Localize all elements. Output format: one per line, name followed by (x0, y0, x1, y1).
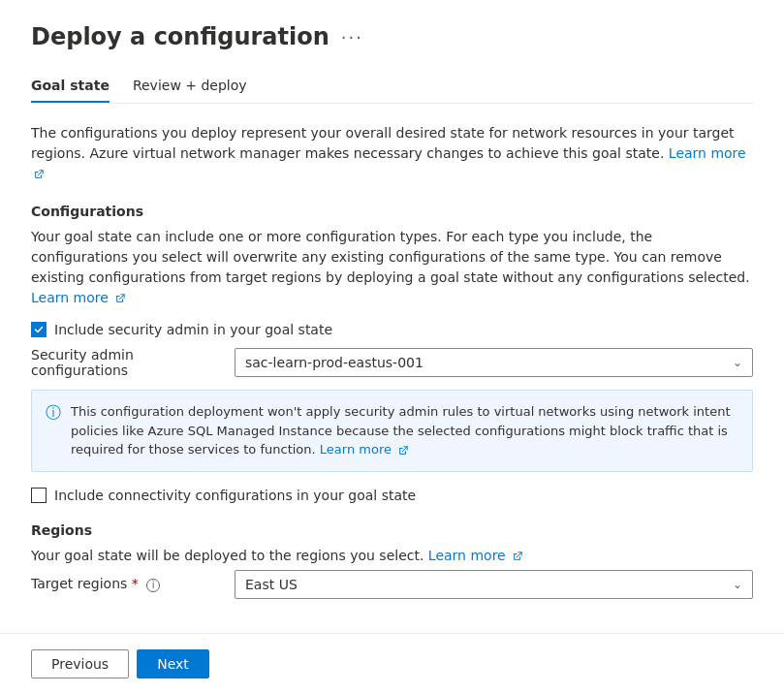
regions-learn-more-link[interactable]: Learn more (428, 548, 522, 563)
tab-review-deploy[interactable]: Review + deploy (133, 70, 247, 103)
security-admin-dropdown-value: sac-learn-prod-eastus-001 (245, 355, 423, 370)
bottom-nav: Previous Next (0, 633, 784, 694)
info-box-text: This configuration deployment won't appl… (71, 402, 738, 459)
connectivity-checkbox-row[interactable]: Include connectivity configurations in y… (31, 488, 753, 503)
ellipsis-menu-icon[interactable]: ··· (341, 27, 363, 47)
configurations-heading: Configurations (31, 204, 753, 219)
target-regions-value: East US (245, 577, 298, 592)
security-admin-field-row: Security admin configurations sac-learn-… (31, 347, 753, 378)
security-admin-checkbox-row[interactable]: Include security admin in your goal stat… (31, 322, 753, 337)
security-admin-checkbox[interactable] (31, 322, 47, 337)
target-regions-field-row: Target regions * i East US ⌄ (31, 570, 753, 599)
connectivity-checkbox-label: Include connectivity configurations in y… (54, 488, 416, 503)
tabs-container: Goal state Review + deploy (31, 70, 753, 104)
chevron-down-icon: ⌄ (733, 356, 742, 369)
previous-button[interactable]: Previous (31, 649, 129, 678)
page-title: Deploy a configuration (31, 23, 329, 50)
security-admin-dropdown[interactable]: sac-learn-prod-eastus-001 ⌄ (235, 348, 753, 377)
target-regions-dropdown[interactable]: East US ⌄ (235, 570, 753, 599)
next-button[interactable]: Next (137, 649, 209, 678)
security-admin-checkbox-label: Include security admin in your goal stat… (54, 322, 332, 337)
info-circle-icon: ⓘ (46, 403, 61, 424)
required-marker: * (132, 576, 139, 591)
configurations-description: Your goal state can include one or more … (31, 227, 753, 308)
tab-goal-state[interactable]: Goal state (31, 70, 110, 103)
security-admin-field-label: Security admin configurations (31, 347, 235, 378)
regions-heading: Regions (31, 522, 753, 538)
external-link-icon-2 (115, 294, 125, 303)
external-link-icon (34, 170, 44, 179)
info-box: ⓘ This configuration deployment won't ap… (31, 390, 753, 472)
regions-section: Regions Your goal state will be deployed… (31, 522, 753, 599)
external-link-icon-3 (398, 446, 408, 456)
regions-description: Your goal state will be deployed to the … (31, 546, 753, 566)
info-box-learn-more-link[interactable]: Learn more (320, 442, 408, 457)
configurations-learn-more-link[interactable]: Learn more (31, 290, 125, 305)
connectivity-checkbox[interactable] (31, 488, 47, 503)
chevron-down-icon-2: ⌄ (733, 578, 742, 591)
target-regions-info-icon[interactable]: i (146, 579, 160, 592)
external-link-icon-4 (513, 552, 522, 561)
intro-description: The configurations you deploy represent … (31, 123, 753, 184)
target-regions-label: Target regions * i (31, 576, 235, 592)
